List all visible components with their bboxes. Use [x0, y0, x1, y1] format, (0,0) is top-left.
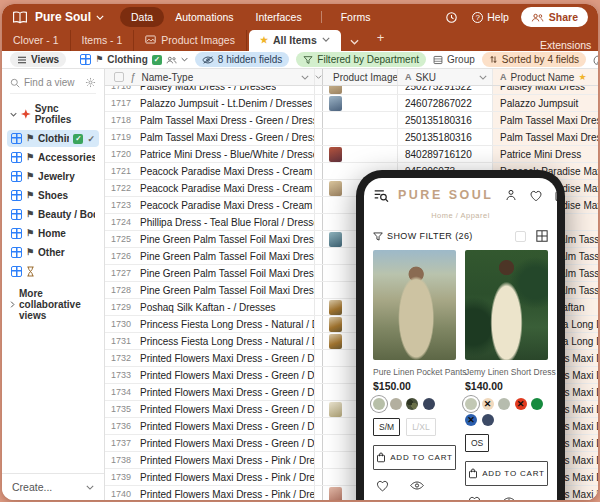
column-header-product-name[interactable]: A Product Name ★ [493, 69, 598, 85]
nav-tab-automations[interactable]: Automations [164, 7, 244, 27]
breadcrumb[interactable]: Home / Apparel [373, 211, 548, 220]
product-image-cell[interactable] [323, 86, 398, 94]
sku-cell[interactable]: 250135180316 [398, 112, 493, 128]
sidebar-item-clothing[interactable]: ⚑Clothing✓✓ [7, 130, 99, 147]
table-row[interactable]: 1720Patrice Mini Dress - Blue/White / Dr… [105, 146, 598, 163]
color-swatch[interactable] [498, 398, 510, 410]
color-swatch[interactable] [482, 414, 494, 426]
product-thumbnail[interactable] [329, 402, 342, 417]
product-name-cell[interactable]: Paisley Maxi Dress [493, 86, 598, 94]
sidebar-item-jewelry[interactable]: ⚑Jewelry [7, 168, 99, 185]
sidebar-item-accessories[interactable]: ⚑Accessories [7, 149, 99, 166]
name-type-cell[interactable]: Palm Tassel Maxi Dress - Green / Dresses [140, 115, 314, 126]
tab-clover[interactable]: Clover - 1 [2, 30, 71, 51]
view-switcher-chevron[interactable] [341, 35, 368, 51]
product-name-cell[interactable]: Palm Tassel Maxi Dress [493, 129, 598, 145]
sidebar-item-home[interactable]: ⚑Home [7, 225, 99, 242]
color-swatch[interactable] [423, 398, 435, 410]
add-table-button[interactable]: + [368, 29, 394, 51]
group-button[interactable]: Group [433, 54, 475, 65]
menu-search-icon[interactable] [373, 188, 389, 202]
chevron-down-icon[interactable] [301, 75, 309, 80]
sort-button[interactable]: Sorted by 4 fields [482, 52, 586, 67]
sync-profiles-section[interactable]: Sync Profiles [2, 100, 104, 130]
find-a-view[interactable]: Find a view [10, 77, 96, 94]
name-type-cell[interactable]: Princess Fiesta Long Dress - Natural / D… [140, 319, 314, 330]
name-type-cell[interactable]: Printed Flowers Maxi Dress - Pink / Dres… [140, 489, 314, 500]
name-type-cell[interactable]: Printed Flowers Maxi Dress - Green / Dre… [140, 404, 314, 415]
share-button[interactable]: Share [521, 7, 588, 27]
color-swatch[interactable] [465, 414, 477, 426]
product-thumbnail[interactable] [329, 96, 342, 111]
quick-view-eye-icon[interactable] [502, 497, 516, 500]
table-row[interactable]: 1717Palazzo Jumpsuit - Lt.Denim / Dresse… [105, 95, 598, 112]
phone-brand-logo[interactable]: PURE SOUL [398, 188, 493, 202]
product-thumbnail[interactable] [329, 317, 342, 332]
name-type-cell[interactable]: Peacock Paradise Maxi Dress - Cream / Dr… [140, 200, 314, 211]
color-swatch[interactable] [482, 398, 494, 410]
name-type-cell[interactable]: Peacock Paradise Maxi Dress - Cream / Dr… [140, 183, 314, 194]
grid-view-toggle[interactable] [536, 230, 548, 242]
column-header-sku[interactable]: A SKU [398, 69, 493, 85]
name-type-cell[interactable]: Peacock Paradise Maxi Dress - Cream / Dr… [140, 166, 314, 177]
help-button[interactable]: ? Help [472, 11, 509, 23]
workspace-switcher[interactable]: Pure Soul [35, 10, 104, 24]
sku-cell[interactable]: 840289716120 [398, 146, 493, 162]
product-thumbnail[interactable] [329, 334, 342, 349]
favorite-heart-icon[interactable] [467, 495, 482, 500]
table-row[interactable]: 1716Paisley Maxi Dress - / Dresses250275… [105, 86, 598, 95]
name-type-cell[interactable]: Phillipa Dress - Teal Blue Floral / Dres… [140, 217, 314, 228]
color-swatch[interactable] [531, 398, 543, 410]
name-type-cell[interactable]: Pine Green Palm Tassel Foil Maxi Dress -… [140, 268, 314, 279]
name-type-cell[interactable]: Paisley Maxi Dress - / Dresses [140, 86, 276, 92]
table-row[interactable]: 1718Palm Tassel Maxi Dress - Green / Dre… [105, 112, 598, 129]
sidebar-item-other[interactable]: ⚑Other [7, 244, 99, 261]
add-to-cart-button[interactable]: ADD TO CART [373, 445, 456, 470]
extensions-button[interactable]: Extensions [540, 39, 598, 51]
filter-button[interactable]: Filtered by Department [296, 52, 426, 67]
product-image-cell[interactable] [323, 112, 398, 128]
tab-all-items[interactable]: ★ All Items [249, 30, 341, 51]
color-swatch[interactable] [406, 398, 418, 410]
tab-items[interactable]: Items - 1 [71, 30, 135, 51]
sku-cell[interactable]: 246072867022 [398, 95, 493, 111]
sidebar-item-beauty-body[interactable]: ⚑Beauty / Body [7, 206, 99, 223]
cart-bag-icon[interactable] [554, 188, 557, 202]
name-type-cell[interactable]: Poshaq Silk Kaftan - / Dresses [140, 302, 276, 313]
color-swatch[interactable] [373, 398, 385, 410]
quick-view-eye-icon[interactable] [410, 481, 424, 490]
name-type-cell[interactable]: Printed Flowers Maxi Dress - Pink / Dres… [140, 472, 314, 483]
column-header-product-image[interactable]: Product Image [323, 69, 398, 85]
sidebar-item-shoes[interactable]: ⚑Shoes [7, 187, 99, 204]
name-type-cell[interactable]: Printed Flowers Maxi Dress - Green / Dre… [140, 353, 314, 364]
create-view-button[interactable]: Create... [2, 473, 104, 500]
product-thumbnail[interactable] [329, 300, 342, 315]
color-swatch[interactable] [465, 398, 477, 410]
sku-cell[interactable]: 250135180316 [398, 129, 493, 145]
gear-icon[interactable] [85, 77, 96, 88]
name-type-cell[interactable]: Printed Flowers Maxi Dress - Green / Dre… [140, 370, 314, 381]
size-chip-lxl[interactable]: L/XL [406, 418, 436, 436]
add-to-cart-button[interactable]: ADD TO CART [465, 461, 548, 486]
hidden-fields-button[interactable]: 8 hidden fields [195, 52, 290, 67]
show-filter-button[interactable]: SHOW FILTER (26) [387, 231, 473, 241]
name-type-cell[interactable]: Palm Tassel Maxi Dress - Green / Dresses [140, 132, 314, 143]
chevron-down-icon[interactable] [479, 75, 487, 80]
name-type-cell[interactable]: Printed Flowers Maxi Dress - Green / Dre… [140, 438, 314, 449]
name-type-cell[interactable]: Printed Flowers Maxi Dress - Green / Dre… [140, 387, 314, 398]
product-name[interactable]: Pure Linen Pocket Pants [373, 367, 456, 378]
product-thumbnail[interactable] [329, 487, 342, 501]
name-type-cell[interactable]: Patrice Mini Dress - Blue/White / Dresse… [140, 149, 314, 160]
color-button[interactable]: Color [593, 54, 598, 65]
tab-product-images[interactable]: Product Images [134, 30, 247, 51]
list-view-toggle[interactable] [515, 231, 526, 242]
select-all-checkbox[interactable] [114, 72, 124, 82]
product-name-cell[interactable]: Palm Tassel Maxi Dress [493, 112, 598, 128]
more-collaborative-views[interactable]: More collaborative views [2, 282, 104, 327]
name-type-cell[interactable]: Pine Green Palm Tassel Foil Maxi Dress -… [140, 251, 314, 262]
name-type-cell[interactable]: Printed Flowers Maxi Dress - Pink / Dres… [140, 455, 314, 466]
find-view-input[interactable]: Find a view [24, 77, 81, 88]
nav-tab-interfaces[interactable]: Interfaces [245, 7, 313, 27]
product-image-cell[interactable] [323, 95, 398, 111]
name-type-cell[interactable]: Pine Green Palm Tassel Foil Maxi Dress -… [140, 234, 314, 245]
